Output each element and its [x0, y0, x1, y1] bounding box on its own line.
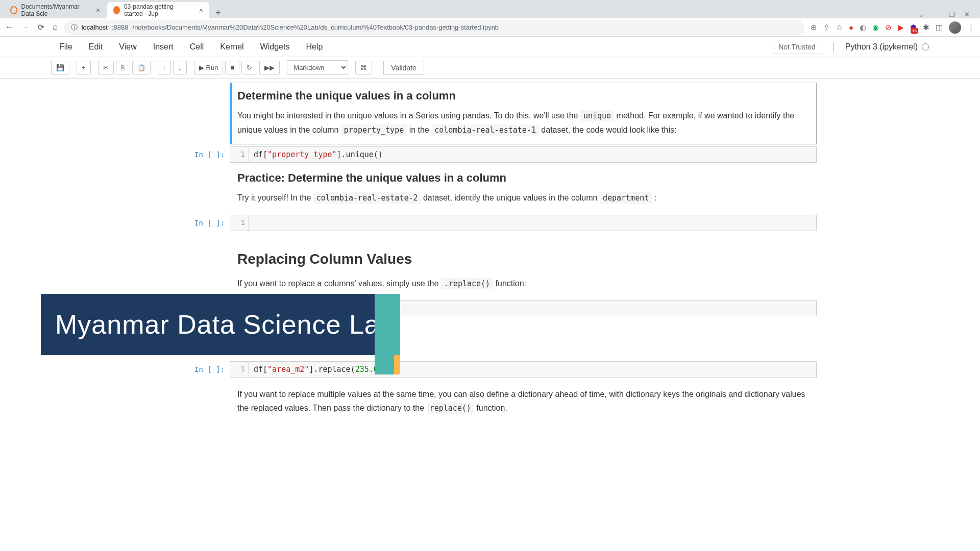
ext-icon[interactable]: ▶ [898, 23, 904, 32]
markdown-cell[interactable]: Replacing Column Values If you want to r… [163, 233, 817, 298]
home-icon[interactable]: ⌂ [53, 22, 58, 32]
browser-action-icons: ⊕ ⇪ ☆ ● ◐ ◉ ⊘ ▶ ⬢ ✱ ◫ ⋮ [811, 21, 975, 34]
cell-type-select[interactable]: Markdown [287, 60, 348, 75]
ext-icon[interactable]: ● [849, 23, 853, 32]
ext-icon[interactable]: ⊘ [885, 23, 892, 32]
zoom-icon[interactable]: ⊕ [811, 23, 817, 32]
star-icon[interactable]: ☆ [836, 23, 843, 32]
url-host: localhost [82, 23, 108, 31]
url-port: :8888 [112, 23, 129, 31]
watermark-text: Myanmar Data Science Lab [55, 309, 395, 340]
paragraph: If you want to replace a columns' values… [237, 277, 809, 291]
not-trusted-button[interactable]: Not Trusted [772, 40, 822, 54]
move-up-button[interactable]: ↑ [158, 61, 172, 74]
menu-file[interactable]: File [51, 42, 81, 52]
inline-code: .replace() [441, 278, 493, 289]
kernel-indicator[interactable]: Python 3 (ipykernel) [845, 42, 929, 52]
minimize-icon[interactable]: — [933, 11, 940, 18]
restart-button[interactable]: ↻ [241, 61, 257, 74]
close-icon[interactable]: × [199, 6, 203, 14]
kernel-name: Python 3 (ipykernel) [845, 42, 918, 52]
nav-buttons: ← → ⟳ ⌂ [5, 22, 58, 32]
inline-code: colombia-real-estate-1 [431, 124, 539, 136]
markdown-cell[interactable]: If you want to replace multiple values a… [163, 380, 817, 423]
heading: Practice: Determine the unique values in… [237, 171, 809, 185]
code-editor[interactable] [249, 215, 816, 231]
info-icon[interactable]: ⓘ [71, 23, 78, 32]
extensions-icon[interactable]: ✱ [923, 23, 929, 32]
menu-edit[interactable]: Edit [81, 42, 111, 52]
menu-cell[interactable]: Cell [182, 42, 212, 52]
code-cell[interactable]: In [ ]: 1 [163, 215, 817, 231]
tab-title: 03-pandas-getting-started - Jup [124, 3, 193, 17]
menu-kernel[interactable]: Kernel [212, 42, 252, 52]
more-icon[interactable]: ⋮ [967, 23, 975, 32]
tab-title: Documents/Myanmar Data Scie [21, 3, 90, 17]
jupyter-icon [10, 6, 17, 14]
kernel-status-icon [922, 43, 929, 51]
close-icon[interactable]: × [96, 6, 100, 14]
jupyter-icon [113, 6, 120, 14]
cell-prompt [163, 380, 230, 423]
code-editor[interactable]: df["property_type"].unique() [249, 147, 816, 162]
browser-tab-0[interactable]: Documents/Myanmar Data Scie × [4, 2, 106, 18]
sidepanel-icon[interactable]: ◫ [936, 23, 943, 32]
watermark-banner: Myanmar Data Science Lab [41, 294, 400, 355]
menu-insert[interactable]: Insert [145, 42, 182, 52]
paste-button[interactable]: 📋 [132, 61, 151, 74]
cell-prompt: In [ ]: [163, 361, 230, 378]
markdown-cell[interactable]: Practice: Determine the unique values in… [163, 165, 817, 213]
jupyter-menu-bar: File Edit View Insert Cell Kernel Widget… [0, 37, 980, 57]
watermark-accent [394, 355, 400, 374]
ext-icon[interactable]: ◉ [872, 23, 879, 32]
browser-tab-1[interactable]: 03-pandas-getting-started - Jup × [107, 2, 209, 18]
code-cell[interactable]: In [ ]: 1 df["area_m2"].replace(235.0, 0… [163, 361, 817, 378]
address-bar: ← → ⟳ ⌂ ⓘ localhost:8888/notebooks/Docum… [0, 18, 980, 37]
url-input[interactable]: ⓘ localhost:8888/notebooks/Documents/Mya… [64, 20, 804, 35]
cell-prompt [163, 233, 230, 298]
url-path: /notebooks/Documents/Myanmar%20Data%20Sc… [133, 23, 499, 31]
paragraph: If you want to replace multiple values a… [237, 387, 809, 415]
share-icon[interactable]: ⇪ [823, 23, 830, 32]
code-editor[interactable]: df["area_m2"].replace(235.0, 0) [249, 362, 816, 377]
inline-code: property_type [341, 124, 407, 136]
inline-code: colombia-real-estate-2 [313, 192, 421, 204]
run-button[interactable]: ▶ Run [194, 61, 224, 74]
menu-widgets[interactable]: Widgets [252, 42, 298, 52]
jupyter-toolbar: 💾 + ✂ ⎘ 📋 ↑ ↓ ▶ Run ■ ↻ ▶▶ Markdown ⌘ Va… [0, 57, 980, 79]
inline-code: department [600, 192, 652, 204]
ext-icon[interactable]: ⬢ [910, 23, 917, 32]
code-cell[interactable]: In [ ]: 1 df["property_type"].unique() [163, 146, 817, 163]
interrupt-button[interactable]: ■ [225, 61, 239, 74]
save-button[interactable]: 💾 [51, 61, 69, 74]
validate-button[interactable]: Validate [383, 61, 424, 75]
paragraph: Try it yourself! In the colombia-real-es… [237, 191, 809, 205]
line-number: 1 [230, 147, 249, 162]
inline-code: replace() [427, 403, 474, 414]
paragraph: You might be interested in the unique va… [237, 109, 809, 137]
insert-cell-button[interactable]: + [77, 61, 91, 74]
cell-prompt: In [ ]: [163, 215, 230, 231]
maximize-icon[interactable]: ❐ [949, 11, 955, 18]
browser-tab-strip: Documents/Myanmar Data Scie × 03-pandas-… [0, 0, 980, 18]
forward-icon[interactable]: → [21, 22, 30, 32]
profile-avatar[interactable] [949, 21, 961, 34]
back-icon[interactable]: ← [5, 22, 13, 32]
move-down-button[interactable]: ↓ [173, 61, 187, 74]
menu-view[interactable]: View [111, 42, 144, 52]
copy-button[interactable]: ⎘ [116, 61, 130, 74]
cell-prompt [163, 83, 230, 144]
markdown-cell[interactable]: Determine the unique values in a column … [163, 83, 817, 144]
heading: Replacing Column Values [237, 251, 809, 267]
command-palette-button[interactable]: ⌘ [355, 61, 372, 74]
line-number: 1 [230, 215, 249, 231]
cut-button[interactable]: ✂ [98, 61, 114, 74]
restart-run-all-button[interactable]: ▶▶ [259, 61, 280, 74]
line-number: 1 [230, 362, 249, 377]
close-window-icon[interactable]: ✕ [964, 11, 970, 18]
reload-icon[interactable]: ⟳ [38, 22, 44, 32]
ext-icon[interactable]: ◐ [860, 23, 866, 32]
menu-help[interactable]: Help [298, 42, 331, 52]
new-tab-button[interactable]: + [210, 8, 226, 18]
chevron-down-icon[interactable]: ⌄ [918, 11, 924, 18]
